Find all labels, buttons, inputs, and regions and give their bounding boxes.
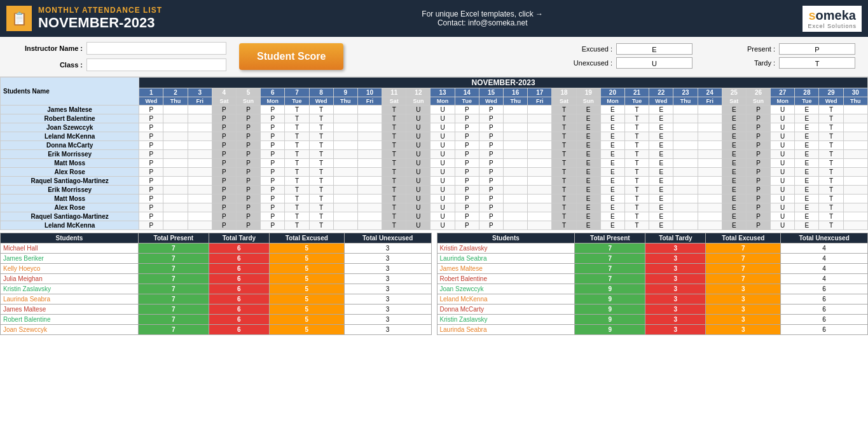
student-name: Alex Rose — [1, 203, 139, 212]
att-cell — [188, 195, 212, 203]
student-name: Julia Meighan — [1, 274, 139, 284]
att-cell: P — [455, 212, 479, 221]
att-cell: E — [600, 106, 624, 114]
att-cell — [698, 221, 722, 230]
att-cell — [163, 159, 188, 168]
student-name: James Beriker — [1, 254, 139, 264]
class-field: Class : — [13, 58, 226, 71]
class-input[interactable] — [86, 58, 226, 71]
summary-unexcused: 3 — [344, 254, 431, 264]
att-cell: T — [624, 212, 649, 221]
att-cell — [357, 221, 382, 230]
att-cell: P — [261, 168, 285, 177]
instructor-input[interactable] — [86, 42, 226, 55]
summary-tardy: 6 — [209, 294, 269, 305]
att-cell: T — [552, 212, 576, 221]
att-cell — [843, 168, 867, 177]
student-name: Robert Balentine — [1, 315, 139, 325]
score-button[interactable]: Student Score — [239, 43, 343, 70]
att-cell — [528, 132, 552, 141]
att-cell: U — [406, 168, 431, 177]
att-cell: T — [624, 177, 649, 186]
att-cell — [673, 168, 698, 177]
att-cell: P — [139, 212, 163, 221]
att-cell: T — [309, 159, 333, 168]
att-cell: P — [746, 177, 770, 186]
student-name: Michael Hall — [1, 243, 139, 254]
att-cell: E — [576, 168, 600, 177]
att-cell: E — [576, 123, 600, 132]
att-cell — [188, 177, 212, 186]
att-cell: P — [261, 195, 285, 203]
att-cell: T — [819, 177, 843, 186]
list-item: Laurinda Seabra9336 — [437, 325, 868, 335]
student-name: Matt Moss — [1, 159, 139, 168]
header: 📋 MONTHLY ATTENDANCE LIST NOVEMBER-2023 … — [0, 0, 868, 37]
att-cell — [163, 114, 188, 123]
table-row: Raquel Santiago-MartinezPPPPTTTUUPPTEETE… — [1, 212, 868, 221]
att-cell — [843, 106, 867, 114]
table-row: Leland McKennaPPPPTTTUUPPTEETEEPUET — [1, 221, 868, 230]
att-cell: E — [795, 132, 819, 141]
att-cell: U — [431, 141, 455, 150]
att-cell: T — [382, 150, 406, 159]
att-cell: P — [212, 159, 236, 168]
att-cell: P — [236, 141, 260, 150]
att-cell: P — [139, 221, 163, 230]
att-cell: P — [479, 177, 503, 186]
list-item: Leland McKenna9336 — [437, 294, 868, 305]
att-cell — [673, 212, 698, 221]
att-cell: P — [261, 203, 285, 212]
att-cell: U — [406, 114, 431, 123]
summary-excused: 5 — [269, 243, 344, 254]
summary-tardy: 6 — [209, 274, 269, 284]
summary-tardy: 6 — [209, 254, 269, 264]
att-cell — [357, 132, 382, 141]
att-cell — [333, 221, 357, 230]
att-cell: P — [212, 186, 236, 195]
summary-tardy: 3 — [645, 294, 706, 305]
att-cell — [528, 141, 552, 150]
summary-present: 9 — [575, 284, 645, 294]
att-cell: T — [819, 114, 843, 123]
summary-excused: 5 — [269, 294, 344, 305]
att-cell — [698, 159, 722, 168]
att-cell: T — [285, 212, 309, 221]
att-cell: E — [576, 177, 600, 186]
att-cell: T — [382, 177, 406, 186]
att-cell — [673, 195, 698, 203]
att-cell: E — [795, 212, 819, 221]
att-cell: E — [649, 150, 673, 159]
table-row: Joan SzewccykPPPPTTTUUPPTEETEEPUET — [1, 123, 868, 132]
att-cell — [504, 114, 528, 123]
att-cell: T — [552, 141, 576, 150]
summary-present: 9 — [575, 305, 645, 315]
att-cell: P — [479, 212, 503, 221]
student-name: Robert Balentine — [437, 274, 575, 284]
att-cell — [504, 221, 528, 230]
att-cell: E — [795, 177, 819, 186]
att-cell — [188, 106, 212, 114]
att-cell — [188, 186, 212, 195]
att-cell: T — [552, 123, 576, 132]
att-cell: E — [722, 132, 746, 141]
att-cell: T — [285, 203, 309, 212]
att-cell: T — [624, 186, 649, 195]
att-cell: P — [261, 186, 285, 195]
att-cell: P — [479, 106, 503, 114]
summary-col-header: Total Present — [138, 233, 209, 243]
summary-excused: 3 — [706, 315, 781, 325]
att-cell: E — [649, 141, 673, 150]
table-row: Robert BalentinePPPPTTTUUPPTEETEEPUET — [1, 114, 868, 123]
att-cell: P — [479, 168, 503, 177]
summary-tardy: 3 — [645, 284, 706, 294]
att-cell — [333, 150, 357, 159]
att-cell — [163, 212, 188, 221]
att-cell: E — [576, 141, 600, 150]
summary-present: 7 — [138, 274, 209, 284]
att-cell: E — [722, 195, 746, 203]
summary-section: StudentsTotal PresentTotal TardyTotal Ex… — [0, 233, 868, 335]
att-cell — [528, 114, 552, 123]
att-cell — [163, 203, 188, 212]
att-cell — [528, 159, 552, 168]
